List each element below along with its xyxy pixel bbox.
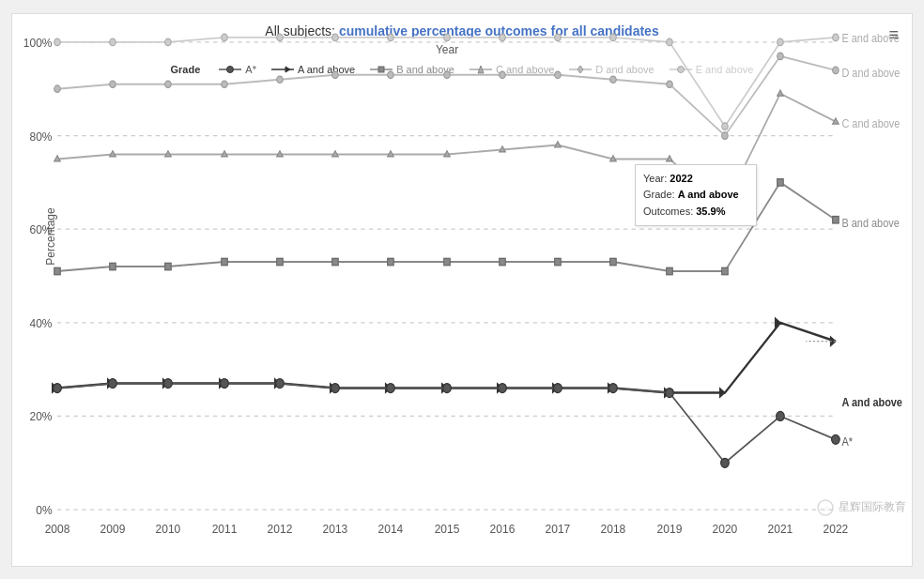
svg-point-114 xyxy=(443,383,452,392)
svg-text:E and above: E and above xyxy=(841,31,899,44)
svg-point-36 xyxy=(555,34,562,40)
svg-point-44 xyxy=(110,81,116,87)
svg-point-53 xyxy=(610,76,617,83)
svg-point-37 xyxy=(610,34,617,40)
svg-text:2011: 2011 xyxy=(212,521,238,536)
svg-point-57 xyxy=(833,67,839,73)
svg-point-30 xyxy=(222,34,228,40)
svg-text:A*: A* xyxy=(841,434,853,447)
svg-rect-76 xyxy=(110,263,116,269)
svg-point-116 xyxy=(554,383,562,392)
svg-point-35 xyxy=(500,34,506,40)
svg-point-117 xyxy=(609,383,618,392)
svg-point-39 xyxy=(722,122,729,129)
svg-rect-79 xyxy=(277,258,284,265)
svg-rect-83 xyxy=(500,258,506,265)
svg-rect-86 xyxy=(667,267,673,274)
svg-point-109 xyxy=(164,378,173,388)
svg-point-47 xyxy=(277,76,284,83)
svg-text:2021: 2021 xyxy=(768,521,793,536)
tooltip-box: Year: 2022 Grade: A and above Outcomes: … xyxy=(635,164,757,227)
svg-text:2009: 2009 xyxy=(100,521,126,536)
chart-container: All subjects: cumulative percentage outc… xyxy=(11,13,913,567)
svg-point-121 xyxy=(832,434,840,444)
svg-text:2010: 2010 xyxy=(156,521,181,536)
svg-point-34 xyxy=(444,34,451,40)
svg-point-108 xyxy=(109,378,117,388)
svg-text:2022: 2022 xyxy=(824,521,849,536)
svg-point-119 xyxy=(721,458,730,467)
svg-text:80%: 80% xyxy=(30,128,53,143)
tooltip-grade: Grade: A and above xyxy=(643,187,748,204)
svg-rect-84 xyxy=(555,258,562,265)
svg-rect-88 xyxy=(778,178,784,185)
svg-text:2018: 2018 xyxy=(601,521,626,536)
svg-point-118 xyxy=(666,388,674,397)
svg-text:A and above: A and above xyxy=(841,395,902,408)
svg-marker-72 xyxy=(778,89,784,95)
svg-text:D and above: D and above xyxy=(841,66,900,79)
tooltip-year: Year: 2022 xyxy=(643,171,748,188)
svg-text:2014: 2014 xyxy=(378,521,404,536)
svg-rect-89 xyxy=(833,216,839,222)
svg-rect-85 xyxy=(610,258,617,265)
svg-point-51 xyxy=(500,71,506,78)
svg-point-46 xyxy=(222,81,228,87)
svg-point-27 xyxy=(54,38,61,45)
svg-point-48 xyxy=(332,71,339,78)
svg-text:40%: 40% xyxy=(30,315,53,330)
svg-point-55 xyxy=(722,131,729,138)
svg-point-43 xyxy=(54,84,61,91)
svg-point-111 xyxy=(276,378,285,388)
svg-point-110 xyxy=(221,378,229,388)
svg-text:2019: 2019 xyxy=(657,521,683,536)
svg-point-33 xyxy=(388,34,394,40)
svg-text:2013: 2013 xyxy=(323,521,348,536)
svg-text:2016: 2016 xyxy=(490,521,516,536)
svg-rect-80 xyxy=(332,258,339,265)
svg-rect-77 xyxy=(165,263,172,269)
svg-point-50 xyxy=(444,71,451,78)
svg-rect-78 xyxy=(222,258,228,265)
svg-point-120 xyxy=(777,411,785,420)
svg-text:100%: 100% xyxy=(23,35,53,50)
svg-text:2020: 2020 xyxy=(713,521,738,536)
svg-rect-82 xyxy=(444,258,451,265)
svg-rect-81 xyxy=(388,258,394,265)
svg-point-113 xyxy=(387,383,395,392)
svg-text:☆: ☆ xyxy=(823,505,829,513)
watermark: ☆ 星辉国际教育 xyxy=(816,498,906,517)
svg-point-32 xyxy=(332,34,339,40)
svg-text:20%: 20% xyxy=(30,408,53,423)
svg-text:60%: 60% xyxy=(30,221,53,236)
svg-text:2012: 2012 xyxy=(268,521,293,536)
svg-text:B and above: B and above xyxy=(841,215,899,228)
svg-point-45 xyxy=(165,81,172,87)
svg-text:2017: 2017 xyxy=(546,521,571,536)
svg-text:0%: 0% xyxy=(36,502,52,517)
svg-point-56 xyxy=(778,53,784,59)
svg-point-52 xyxy=(555,71,562,78)
svg-point-107 xyxy=(54,383,62,392)
svg-point-29 xyxy=(165,38,172,45)
svg-point-38 xyxy=(667,38,673,45)
svg-point-40 xyxy=(778,38,784,45)
svg-point-41 xyxy=(833,34,839,40)
svg-text:2008: 2008 xyxy=(45,521,70,536)
chart-inner: 0% 20% 40% 60% 80% 100% 2008 2009 2010 2… xyxy=(57,19,837,533)
svg-point-115 xyxy=(499,383,507,392)
chart-svg: 0% 20% 40% 60% 80% 100% 2008 2009 2010 2… xyxy=(57,19,837,533)
tooltip-outcome: Outcomes: 35.9% xyxy=(643,204,748,221)
svg-point-49 xyxy=(388,71,394,78)
svg-point-28 xyxy=(110,38,116,45)
svg-rect-87 xyxy=(722,267,729,274)
svg-point-54 xyxy=(667,81,673,87)
svg-point-31 xyxy=(277,34,284,40)
svg-marker-103 xyxy=(720,388,725,397)
svg-point-112 xyxy=(331,383,340,392)
svg-text:2015: 2015 xyxy=(435,521,460,536)
svg-rect-75 xyxy=(54,267,61,274)
svg-text:C and above: C and above xyxy=(841,116,900,130)
